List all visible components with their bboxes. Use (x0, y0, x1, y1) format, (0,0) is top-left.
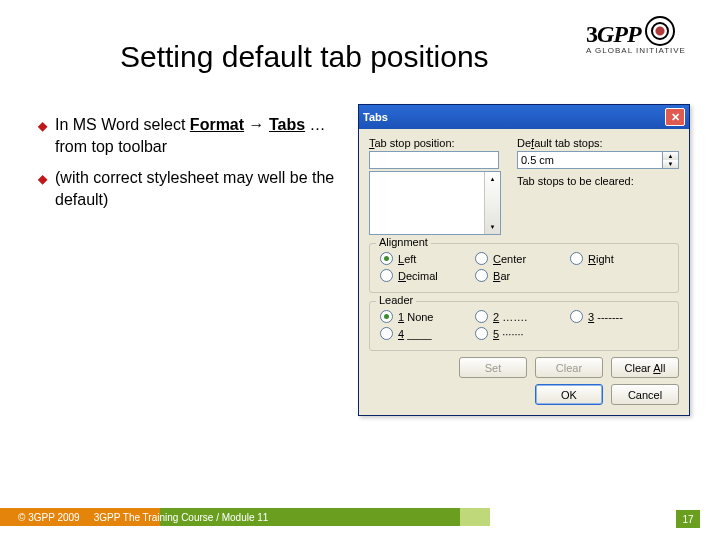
default-tab-spinner[interactable]: ▲▼ (517, 151, 679, 169)
leader-4-radio[interactable]: 4 ____ (380, 327, 475, 340)
bullet-icon: ◆ (38, 171, 47, 210)
align-left-radio[interactable]: Left (380, 252, 475, 265)
close-icon: ✕ (671, 112, 680, 123)
list-item: ◆(with correct stylesheet may well be th… (38, 167, 348, 210)
footer-module: 3GPP The Training Course / Module 11 (94, 512, 269, 523)
leader-3-radio[interactable]: 3 ------- (570, 310, 665, 323)
chevron-up-icon[interactable]: ▲ (485, 172, 500, 186)
cleared-label: Tab stops to be cleared: (517, 175, 679, 187)
logo-3gpp: 3GPP A GLOBAL INITIATIVE (586, 12, 696, 62)
cancel-button[interactable]: Cancel (611, 384, 679, 405)
tab-stop-list[interactable]: ▲▼ (369, 171, 501, 235)
chevron-down-icon[interactable]: ▼ (663, 160, 678, 168)
leader-2-radio[interactable]: 2 ……. (475, 310, 570, 323)
clear-button[interactable]: Clear (535, 357, 603, 378)
list-item: ◆In MS Word select Format → Tabs … from … (38, 114, 348, 157)
tab-stop-input[interactable] (369, 151, 499, 169)
close-button[interactable]: ✕ (665, 108, 685, 126)
leader-group: Leader 1 None 2 ……. 3 ------- 4 ____ 5 ·… (369, 301, 679, 351)
default-tab-input[interactable] (517, 151, 662, 169)
bullet-list: ◆In MS Word select Format → Tabs … from … (38, 114, 348, 220)
align-right-radio[interactable]: Right (570, 252, 665, 265)
tabs-dialog: Tabs ✕ Tab stop position: ▲▼ Default tab… (358, 104, 690, 416)
leader-5-radio[interactable]: 5 ······· (475, 327, 570, 340)
logo-tagline: A GLOBAL INITIATIVE (586, 46, 696, 55)
leader-1-radio[interactable]: 1 None (380, 310, 475, 323)
globe-icon (645, 16, 675, 46)
align-bar-radio[interactable]: Bar (475, 269, 570, 282)
slide-title: Setting default tab positions (120, 40, 489, 74)
default-tab-label: Default tab stops: (517, 137, 679, 149)
set-button[interactable]: Set (459, 357, 527, 378)
alignment-group: Alignment Left Center Right Decimal Bar (369, 243, 679, 293)
clear-all-button[interactable]: Clear All (611, 357, 679, 378)
page-number: 17 (676, 510, 700, 528)
alignment-legend: Alignment (376, 236, 431, 248)
leader-legend: Leader (376, 294, 416, 306)
bullet-text: (with correct stylesheet may well be the… (55, 167, 348, 210)
align-center-radio[interactable]: Center (475, 252, 570, 265)
bullet-text: In MS Word select Format → Tabs … from t… (55, 114, 348, 157)
bullet-icon: ◆ (38, 118, 47, 157)
footer-bar: © 3GPP 2009 3GPP The Training Course / M… (0, 506, 720, 528)
dialog-title: Tabs (363, 111, 388, 123)
tab-stop-label: Tab stop position: (369, 137, 499, 149)
footer-copyright: © 3GPP 2009 (18, 512, 80, 523)
scrollbar[interactable]: ▲▼ (484, 172, 500, 234)
dialog-titlebar[interactable]: Tabs ✕ (359, 105, 689, 129)
chevron-up-icon[interactable]: ▲ (663, 152, 678, 160)
align-decimal-radio[interactable]: Decimal (380, 269, 475, 282)
chevron-down-icon[interactable]: ▼ (485, 220, 500, 234)
ok-button[interactable]: OK (535, 384, 603, 405)
